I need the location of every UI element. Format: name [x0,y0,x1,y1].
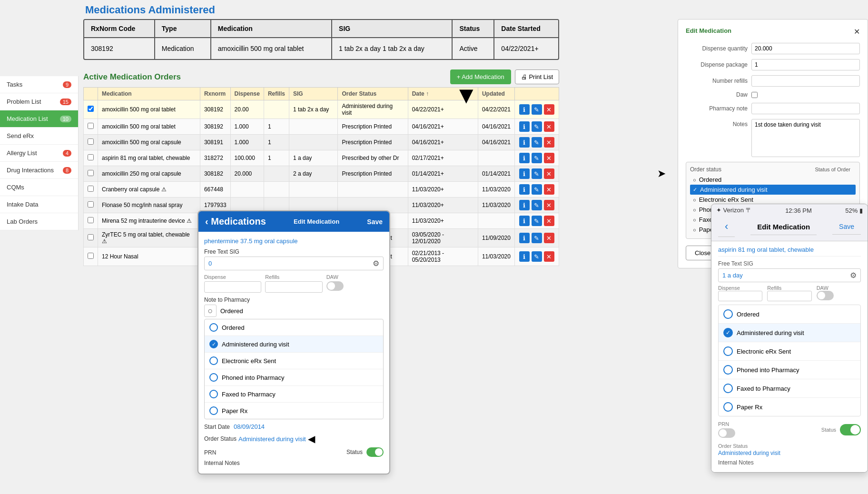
number-refills-row: Number refills [686,75,860,87]
ios-save-button[interactable]: Save [832,221,861,235]
notes-input[interactable]: 1st dose taken during visit [751,119,860,157]
edit-button[interactable]: ✎ [532,251,542,262]
cell-medication-name: amoxicillin 500 mg oral tablet [98,100,200,119]
edit-button[interactable]: ✎ [532,200,542,210]
ios-prn-toggle[interactable] [718,428,735,438]
ios-radio-paper[interactable]: Paper Rx [719,398,860,416]
delete-button[interactable]: ✕ [544,104,554,115]
edit-button[interactable]: ✎ [532,121,542,132]
info-button[interactable]: ℹ [519,137,530,148]
edit-button[interactable]: ✎ [532,168,542,179]
sidebar-item-intake-data[interactable]: Intake Data [0,196,78,213]
row-checkbox[interactable] [88,154,94,160]
info-button[interactable]: ℹ [519,233,530,243]
delete-button[interactable]: ✕ [544,216,554,226]
info-button[interactable]: ℹ [519,168,530,179]
radio-option-ordered[interactable]: Ordered [205,319,383,336]
ios-radio-erx[interactable]: Electronic eRx Sent [719,342,860,361]
row-checkbox[interactable] [88,234,94,240]
delete-button[interactable]: ✕ [544,233,554,243]
dispense-package-input[interactable] [751,59,860,70]
sidebar-item-cqms[interactable]: CQMs [0,179,78,196]
status-toggle-mobile[interactable] [366,447,384,457]
radio-option-erx[interactable]: Electronic eRx Sent [205,353,383,369]
sidebar-item-problem-list[interactable]: Problem List 15 [0,93,78,110]
mobile-back-button-left[interactable]: ‹ Medications [205,216,266,227]
sidebar-item-lab-orders[interactable]: Lab Orders [0,213,78,230]
edit-button[interactable]: ✎ [532,233,542,243]
status-option-ordered[interactable]: ○ Ordered [690,175,856,185]
row-checkbox[interactable] [88,201,94,207]
info-button[interactable]: ℹ [519,104,530,115]
sidebar-item-allergy-list[interactable]: Allergy List 4 [0,145,78,162]
dispense-qty-input[interactable] [751,43,860,54]
daw-checkbox[interactable] [751,92,758,98]
cell-date-val: 11/03/2020+ [408,213,478,229]
ios-back-button[interactable]: ‹ [718,218,735,237]
ios-radio-administered[interactable]: Administered during visit [719,324,860,342]
ios-radio-ordered[interactable]: Ordered [719,305,860,324]
info-button[interactable]: ℹ [519,184,530,195]
pharmacy-note-input[interactable] [751,103,860,114]
row-checkbox[interactable] [88,186,94,192]
row-checkbox[interactable] [88,170,94,176]
ios-order-status-label: Order Status [718,443,748,449]
status-option-administered[interactable]: ✓ Administered during visit [690,185,856,195]
cell-updated-val: 11/03/2020 [478,182,514,198]
radio-circle-paper [209,406,218,415]
ios-radio-phoned[interactable]: Phoned into Pharmacy [719,361,860,379]
print-list-button[interactable]: 🖨 Print List [515,69,559,84]
sidebar-item-medication-list[interactable]: Medication List 10 [0,110,78,128]
info-button[interactable]: ℹ [519,200,530,210]
info-button[interactable]: ℹ [519,216,530,226]
radio-circle-administered [209,340,218,348]
mobile-refills-input[interactable] [265,281,322,293]
sidebar-item-send-erx[interactable]: Send eRx [0,128,78,145]
row-checkbox[interactable] [88,106,94,112]
edit-button[interactable]: ✎ [532,216,542,226]
row-checkbox[interactable] [88,123,94,129]
radio-option-phoned[interactable]: Phoned into Pharmacy [205,369,383,386]
edit-button[interactable]: ✎ [532,184,542,195]
delete-button[interactable]: ✕ [544,168,554,179]
radio-option-paper[interactable]: Paper Rx [205,403,383,419]
ios-settings-icon[interactable]: ⚙ [850,271,857,280]
left-arrow-icon: ◀ [308,433,315,445]
delete-button[interactable]: ✕ [544,137,554,148]
settings-icon-left[interactable]: ⚙ [373,259,379,268]
ios-radio-faxed[interactable]: Faxed to Pharmacy [719,379,860,398]
col-rxnorm: RxNorm Code [84,20,155,38]
radio-option-administered[interactable]: Administered during visit [205,336,383,353]
daw-toggle[interactable] [326,281,344,291]
cell-dispense-val: 20.000 [230,166,264,182]
ios-daw-toggle[interactable] [817,291,834,300]
row-checkbox[interactable] [88,253,94,259]
status-option-erx[interactable]: ○ Electronic eRx Sent [690,195,856,205]
edit-button[interactable]: ✎ [532,153,542,163]
sidebar: Tasks 9 Problem List 15 Medication List … [0,76,79,230]
radio-icon-ordered[interactable]: ○ [204,305,217,317]
mobile-save-button-left[interactable]: Save [367,218,383,226]
delete-button[interactable]: ✕ [544,153,554,163]
ios-refills-input[interactable] [767,291,811,301]
edit-button[interactable]: ✎ [532,104,542,115]
mobile-dispense-input[interactable] [204,281,261,293]
close-panel-button[interactable]: ✕ [854,27,860,36]
radio-option-faxed[interactable]: Faxed to Pharmacy [205,386,383,403]
delete-button[interactable]: ✕ [544,184,554,195]
ios-status-toggle[interactable] [840,424,861,435]
info-button[interactable]: ℹ [519,153,530,163]
delete-button[interactable]: ✕ [544,121,554,132]
mobile-sig-label: Free Text SIG [204,248,384,255]
info-button[interactable]: ℹ [519,251,530,262]
delete-button[interactable]: ✕ [544,200,554,210]
edit-button[interactable]: ✎ [532,137,542,148]
sidebar-item-drug-interactions[interactable]: Drug Interactions 8 [0,162,78,179]
info-button[interactable]: ℹ [519,121,530,132]
ios-dispense-input[interactable] [718,291,762,301]
sidebar-item-tasks[interactable]: Tasks 9 [0,76,78,93]
number-refills-input[interactable] [751,75,860,87]
row-checkbox[interactable] [88,138,94,145]
delete-button[interactable]: ✕ [544,251,554,262]
row-checkbox[interactable] [88,217,94,223]
